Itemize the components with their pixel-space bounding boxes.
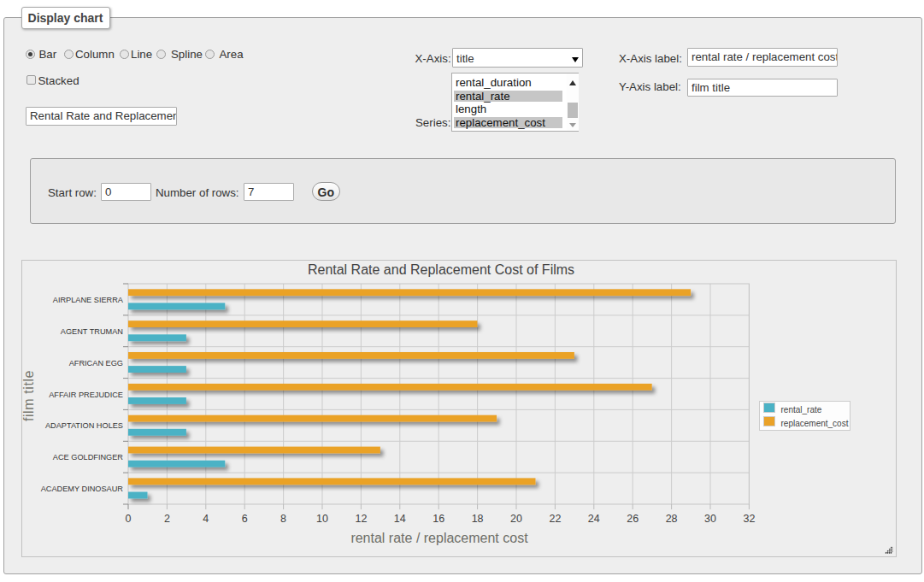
svg-text:ACE GOLDFINGER: ACE GOLDFINGER	[53, 453, 124, 461]
svg-text:AFRICAN EGG: AFRICAN EGG	[69, 358, 123, 367]
svg-text:14: 14	[394, 513, 406, 525]
svg-text:20: 20	[510, 513, 522, 525]
svg-text:8: 8	[280, 513, 286, 525]
svg-text:30: 30	[704, 513, 716, 525]
svg-text:4: 4	[203, 513, 209, 525]
svg-text:22: 22	[549, 513, 561, 525]
svg-text:AFFAIR PREJUDICE: AFFAIR PREJUDICE	[49, 390, 123, 398]
svg-text:28: 28	[666, 513, 678, 525]
svg-text:32: 32	[743, 513, 755, 525]
svg-text:Rental Rate and Replacement Co: Rental Rate and Replacement Cost of Film…	[308, 262, 574, 277]
svg-text:film title: film title	[22, 369, 36, 420]
svg-text:24: 24	[588, 513, 600, 525]
svg-text:10: 10	[316, 513, 328, 525]
svg-text:AGENT TRUMAN: AGENT TRUMAN	[61, 326, 123, 335]
svg-text:2: 2	[164, 513, 170, 525]
svg-text:replacement_cost: replacement_cost	[781, 418, 849, 427]
svg-text:26: 26	[627, 513, 639, 525]
svg-text:AIRPLANE SIERRA: AIRPLANE SIERRA	[53, 295, 124, 303]
svg-text:6: 6	[242, 513, 248, 525]
svg-text:18: 18	[472, 513, 484, 525]
svg-text:0: 0	[126, 513, 132, 525]
svg-text:16: 16	[433, 513, 444, 525]
svg-text:ACADEMY DINOSAUR: ACADEMY DINOSAUR	[41, 485, 124, 493]
svg-text:rental_rate: rental_rate	[781, 404, 822, 414]
svg-text:ADAPTATION HOLES: ADAPTATION HOLES	[45, 421, 123, 430]
svg-text:rental rate / replacement cost: rental rate / replacement cost	[350, 531, 528, 545]
svg-text:12: 12	[355, 513, 367, 525]
